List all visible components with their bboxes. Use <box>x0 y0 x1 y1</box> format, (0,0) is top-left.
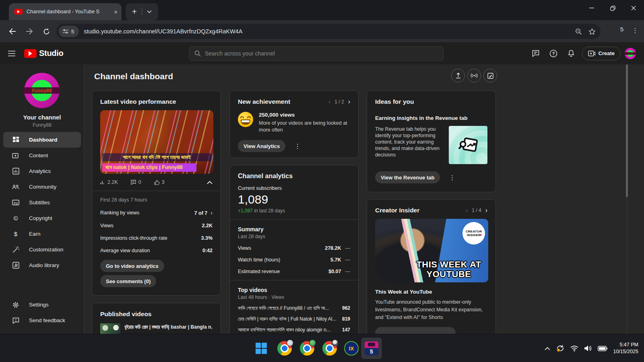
ideas-body: The Revenue tab helps you identify your … <box>375 126 487 164</box>
chrome-profile1-button[interactable] <box>275 338 295 359</box>
browser-profile-avatar[interactable]: 5 <box>617 26 627 33</box>
sidebar-nav: Dashboard Content Analytics Community Su… <box>0 132 84 273</box>
hidden-icons-chevron[interactable] <box>545 347 550 350</box>
sidebar-item-content[interactable]: Content <box>3 148 81 163</box>
channel-search[interactable] <box>189 46 444 61</box>
create-button[interactable]: Create <box>582 47 621 60</box>
channel-analytics-title: Channel analytics <box>238 173 350 180</box>
channel-avatar[interactable]: Funny88 <box>24 73 60 108</box>
see-comments-button[interactable]: See comments (0) <box>100 275 156 287</box>
wifi-icon[interactable] <box>570 346 578 352</box>
creator-insider-video-title: This Week at YouTube <box>375 289 487 295</box>
sidebar-item-label: Dashboard <box>29 137 58 143</box>
pager-next-icon[interactable]: › <box>485 207 487 214</box>
sidebar-item-settings[interactable]: Settings <box>3 297 81 313</box>
youtube-favicon-icon <box>14 9 23 14</box>
chrome-profile2-button[interactable] <box>297 338 317 359</box>
go-live-button[interactable] <box>467 69 481 82</box>
tab-search-chevron-icon[interactable] <box>144 10 155 13</box>
creator-insider-button[interactable] <box>375 327 456 334</box>
subscriber-count: 1,089 <box>238 193 350 206</box>
pager-next-icon[interactable]: › <box>348 98 350 105</box>
chevron-right-icon: › <box>211 210 213 216</box>
browser-toolbar: 5 studio.youtube.com/channel/UC391ABvrfn… <box>0 20 644 42</box>
edit-button[interactable] <box>483 69 497 82</box>
windows-start-icon <box>255 342 267 354</box>
sync-status-icon[interactable] <box>556 344 565 352</box>
view-analytics-button[interactable]: View Analytics <box>238 140 285 152</box>
published-video-thumbnail[interactable] <box>100 323 120 334</box>
top-video-row[interactable]: ফাডি গেছেরে ফাডি গেছেরে // Funny88 / এত … <box>238 305 350 311</box>
sidebar-item-subtitles[interactable]: Subtitles <box>3 195 81 210</box>
latest-video-thumbnail[interactable]: আগে আমরা খাব যদি টেষ্ট লাগে তারপর জামাই … <box>100 110 213 174</box>
new-tab-button[interactable]: + <box>129 7 140 16</box>
metric-row[interactable]: Ranking by views 7 of 7› <box>100 210 213 216</box>
active-app-icon: 5 <box>365 341 378 355</box>
hamburger-menu-icon[interactable] <box>8 51 15 56</box>
dashboard-actions <box>451 69 497 82</box>
restore-button[interactable] <box>602 0 623 16</box>
battery-icon[interactable] <box>598 346 607 351</box>
reload-button[interactable] <box>39 25 53 38</box>
ideas-headline: Earning insights in the Revenue tab <box>375 115 487 121</box>
bookmark-star-icon[interactable] <box>588 28 596 35</box>
published-video-row[interactable]: বুইরার কচি প্রেম | মজার ফানি| bashar | B… <box>100 323 213 334</box>
browser-menu-icon[interactable]: ⋮ <box>632 27 638 34</box>
sidebar-item-copyright[interactable]: © Copyright <box>3 210 81 226</box>
sidebar-item-earn[interactable]: $ Earn <box>3 226 81 242</box>
ideas-menu-icon[interactable]: ⋮ <box>449 174 455 181</box>
minimize-button[interactable] <box>581 0 602 16</box>
omnibox[interactable]: 5 studio.youtube.com/channel/UC391ABvrfn… <box>56 24 601 39</box>
site-settings-chip[interactable]: 5 <box>59 26 79 37</box>
sidebar-item-community[interactable]: Community <box>3 179 81 195</box>
help-icon[interactable]: ? <box>547 47 560 60</box>
sidebar-item-audio-library[interactable]: Audio library <box>3 257 81 273</box>
forward-button[interactable] <box>23 25 36 38</box>
creator-insider-thumbnail[interactable]: CREATOR INSIDER THIS WEEK AT YOUTUBE <box>375 219 488 282</box>
collapse-chevron-up-icon[interactable] <box>207 181 213 184</box>
achievement-menu-icon[interactable]: ⋮ <box>294 142 301 150</box>
url-text[interactable]: studio.youtube.com/channel/UC391ABvrfnzD… <box>84 28 569 35</box>
pager-count: 1 / 2 <box>334 99 344 105</box>
sidebar-item-customization[interactable]: Customization <box>3 242 81 257</box>
top-video-row[interactable]: চোর ফেমিনি | দারুন হাসির নাটক | Full Nat… <box>238 316 350 322</box>
achievement-content: 250,000 views More of your videos are be… <box>238 112 350 134</box>
tab-close-icon[interactable]: × <box>114 8 118 15</box>
chrome-profile3-button[interactable] <box>320 338 340 359</box>
feedback-icon[interactable] <box>529 47 543 60</box>
youtube-studio-logo[interactable]: Studio <box>24 49 63 58</box>
achievement-title: New achievement <box>238 98 290 105</box>
pager-prev-icon[interactable]: ‹ <box>466 207 468 214</box>
analytics-icon <box>12 168 19 175</box>
start-button[interactable] <box>251 338 271 359</box>
chrome-icon <box>300 341 314 356</box>
ideas-actions: View the Revenue tab ⋮ <box>375 171 487 183</box>
browser-tab[interactable]: Channel dashboard - YouTube S × <box>9 3 122 20</box>
volume-icon[interactable] <box>584 345 592 352</box>
close-button[interactable] <box>623 0 644 16</box>
search-input[interactable] <box>205 50 438 57</box>
sidebar-item-dashboard[interactable]: Dashboard <box>3 132 81 148</box>
community-icon <box>12 183 19 191</box>
scrollbar-thumb[interactable] <box>626 64 628 197</box>
ix-app-button[interactable]: IX <box>341 338 361 359</box>
back-button[interactable] <box>6 25 19 38</box>
pager-prev-icon[interactable]: ‹ <box>328 98 330 105</box>
latest-video-title: Latest video performance <box>100 98 213 105</box>
divider <box>142 8 142 15</box>
taskbar-clock[interactable]: 5:47 PM 10/15/2025 <box>613 341 638 355</box>
top-video-row[interactable]: আমাকে হসপিটালে পারমানেন্টলি থাকব niloy a… <box>238 327 350 333</box>
view-revenue-tab-button[interactable]: View the Revenue tab <box>375 171 440 183</box>
top-videos-period: Last 48 hours · Views <box>238 294 350 300</box>
chrome-icon <box>277 341 292 356</box>
account-avatar[interactable] <box>625 48 636 59</box>
active-window-button[interactable]: 5 <box>361 338 382 359</box>
sidebar-item-analytics[interactable]: Analytics <box>3 163 81 179</box>
sidebar-item-label: Audio library <box>29 262 59 268</box>
published-video-name[interactable]: বুইরার কচি প্রেম | মজার ফানি| bashar | B… <box>124 323 213 330</box>
sidebar-item-send-feedback[interactable]: Send feedback <box>3 313 81 328</box>
upload-video-button[interactable] <box>451 69 465 82</box>
notifications-bell-icon[interactable] <box>564 47 578 60</box>
go-to-video-analytics-button[interactable]: Go to video analytics <box>100 260 164 272</box>
zoom-icon[interactable] <box>575 28 582 35</box>
